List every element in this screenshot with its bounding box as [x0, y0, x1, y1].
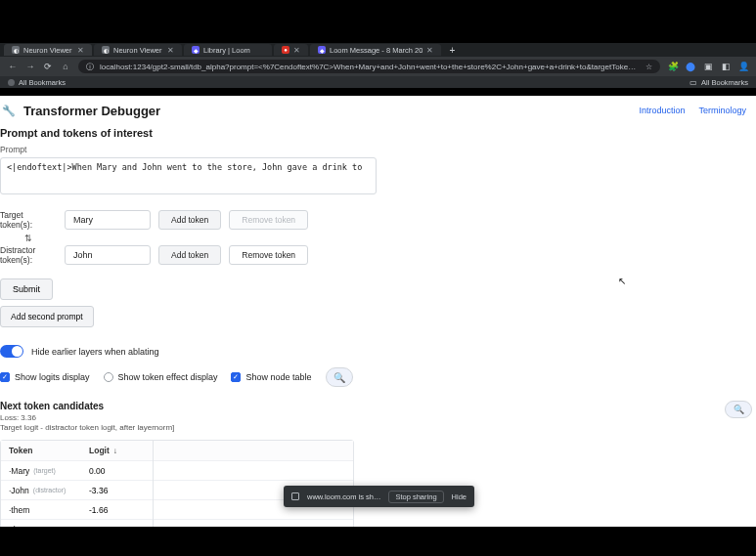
swap-icon[interactable]: ⇅ [0, 234, 57, 243]
hide-earlier-layers-toggle[interactable] [0, 345, 23, 358]
checkbox-label: Show node table [245, 372, 311, 382]
terminology-link[interactable]: Terminology [698, 106, 746, 115]
add-token-button[interactable]: Add token [158, 245, 221, 265]
folder-icon: ▭ [689, 78, 697, 87]
screen-share-toast: www.loom.com is sharing your screen. Sto… [284, 486, 474, 507]
search-button[interactable]: 🔍 [326, 367, 353, 387]
tab-label: Loom Message - 8 March 20 [330, 46, 422, 55]
candidates-subtitle: Target logit - distractor token logit, a… [0, 423, 174, 432]
browser-tab-strip: ◐ Neuron Viewer ✕ ◐ Neuron Viewer ✕ ◆ Li… [0, 43, 756, 57]
tab-label: Neuron Viewer [113, 46, 163, 55]
close-icon[interactable]: ✕ [426, 46, 433, 55]
checkbox-label: Show logits display [15, 372, 90, 382]
show-logits-checkbox[interactable]: ✓Show logits display [0, 372, 90, 382]
bookmark-label: All Bookmarks [701, 78, 748, 87]
show-token-effect-checkbox[interactable]: Show token effect display [104, 372, 218, 382]
target-token-label: Target token(s): [0, 210, 57, 230]
add-second-prompt-button[interactable]: Add second prompt [0, 306, 94, 327]
col-logit[interactable]: Logit↓ [89, 446, 157, 455]
close-icon[interactable]: ✕ [77, 46, 84, 55]
logit-cell: -3.36 [89, 486, 108, 495]
distractor-token-input[interactable]: John [65, 245, 151, 265]
bookmark-label: All Bookmarks [19, 78, 66, 87]
screen-icon [291, 492, 299, 500]
token-cell: ·John [9, 486, 29, 495]
site-info-icon[interactable]: ⓘ [86, 62, 94, 72]
star-icon[interactable]: ☆ [645, 63, 652, 71]
favicon-icon: ◆ [192, 46, 200, 54]
remove-token-button: Remove token [229, 210, 308, 230]
stop-sharing-button[interactable]: Stop sharing [388, 491, 443, 503]
profile-icon[interactable]: 👤 [738, 62, 748, 71]
checkbox-icon [104, 372, 113, 382]
target-token-input[interactable]: Mary [65, 210, 151, 230]
sort-desc-icon: ↓ [113, 447, 117, 455]
favicon-icon: ◐ [102, 46, 110, 54]
share-text: www.loom.com is sharing your screen. [307, 492, 380, 501]
token-cell: ·them [9, 505, 29, 515]
submit-button[interactable]: Submit [0, 278, 53, 300]
prompt-input[interactable] [0, 157, 377, 194]
bookmarks-bar: All Bookmarks ▭ All Bookmarks [0, 76, 756, 88]
browser-tab[interactable]: ◐ Neuron Viewer ✕ [4, 44, 92, 56]
forward-icon[interactable]: → [25, 62, 35, 71]
tab-label: Neuron Viewer [23, 46, 73, 55]
browser-toolbar: ← → ⟳ ⌂ ⓘ localhost:1234/gpt2-small/tdb_… [0, 57, 756, 76]
browser-tab[interactable]: ◆ Loom Message - 8 March 20 ✕ [310, 44, 441, 56]
logit-cell: -2.66 [89, 525, 108, 528]
candidates-table: Token Logit↓ ·Mary(target) 0.00 ·John(di… [0, 440, 354, 527]
table-row[interactable]: ·the -2.66 [1, 519, 353, 527]
token-tag: (target) [33, 467, 56, 474]
token-tag: (distractor) [33, 487, 66, 493]
favicon-icon: ◐ [12, 46, 20, 54]
token-value: Mary [73, 215, 93, 225]
new-tab-button[interactable]: + [443, 45, 461, 56]
hide-button[interactable]: Hide [452, 492, 467, 501]
checkbox-label: Show token effect display [118, 372, 218, 382]
extension-icon[interactable]: ▣ [703, 62, 713, 71]
app-logo-icon: 🔧 [0, 102, 18, 119]
token-value: John [73, 250, 93, 260]
candidates-title: Next token candidates [0, 401, 174, 411]
search-button[interactable]: 🔍 [725, 401, 752, 418]
table-header-row: Token Logit↓ [1, 441, 353, 460]
extension-icon[interactable]: 🧩 [668, 62, 678, 71]
section-title: Prompt and tokens of interest [0, 127, 756, 139]
token-cell: ·the [9, 525, 22, 528]
address-bar[interactable]: ⓘ localhost:1234/gpt2-small/tdb_alpha?pr… [78, 60, 660, 73]
cursor-icon: ↖ [618, 276, 626, 286]
extension-icon[interactable]: ◧ [721, 62, 731, 71]
browser-tab[interactable]: ● ✕ [274, 44, 308, 56]
logit-cell: -1.66 [89, 505, 108, 515]
close-icon[interactable]: ✕ [293, 46, 300, 55]
candidates-loss: Loss: 3.36 [0, 413, 174, 422]
add-token-button[interactable]: Add token [158, 210, 221, 230]
favicon-icon: ◆ [318, 46, 326, 54]
checkbox-icon: ✓ [231, 372, 241, 382]
distractor-token-label: Distractor token(s): [0, 245, 57, 265]
page-title: Transformer Debugger [23, 104, 160, 118]
checkbox-icon: ✓ [0, 372, 10, 382]
introduction-link[interactable]: Introduction [639, 106, 685, 115]
extension-icon[interactable]: ⬤ [686, 62, 695, 71]
tab-label: Library | Loom [203, 46, 264, 55]
browser-tab[interactable]: ◆ Library | Loom [184, 44, 272, 56]
prompt-label: Prompt [0, 145, 756, 154]
token-cell: ·Mary [9, 466, 29, 476]
url-text: localhost:1234/gpt2-small/tdb_alpha?prom… [100, 63, 640, 71]
browser-tab[interactable]: ◐ Neuron Viewer ✕ [94, 44, 182, 56]
close-icon[interactable]: ✕ [167, 46, 174, 55]
bookmark-item[interactable]: All Bookmarks [8, 78, 66, 87]
logit-cell: 0.00 [89, 466, 106, 476]
favicon-icon: ● [282, 46, 289, 54]
bookmark-item[interactable]: ▭ All Bookmarks [689, 78, 748, 87]
show-node-table-checkbox[interactable]: ✓Show node table [231, 372, 311, 382]
reload-icon[interactable]: ⟳ [43, 62, 53, 71]
remove-token-button[interactable]: Remove token [229, 245, 308, 265]
table-row[interactable]: ·Mary(target) 0.00 [1, 460, 353, 480]
col-token[interactable]: Token [1, 446, 89, 455]
home-icon[interactable]: ⌂ [61, 62, 70, 71]
back-icon[interactable]: ← [8, 62, 18, 71]
page-content: 🔧 Transformer Debugger Introduction Term… [0, 96, 756, 527]
toggle-label: Hide earlier layers when ablating [31, 347, 159, 357]
